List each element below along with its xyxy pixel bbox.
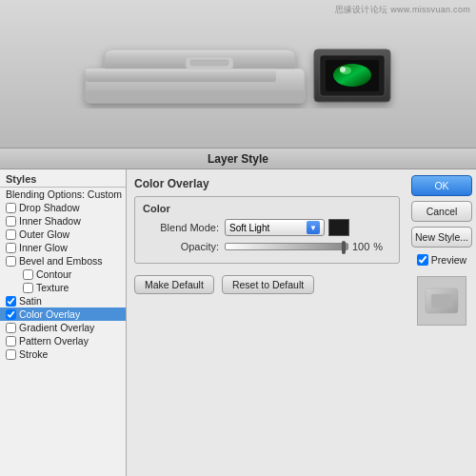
dialog-titlebar: Layer Style (0, 149, 476, 169)
right-buttons-panel: OK Cancel New Style... Preview (407, 169, 476, 476)
image-area: 思缘设计论坛 www.missvuan.com (0, 0, 476, 148)
opacity-value: 100 (352, 241, 369, 252)
opacity-slider[interactable] (225, 243, 348, 250)
blend-mode-row: Blend Mode: Soft Light ▼ (143, 219, 391, 236)
preview-svg (418, 277, 466, 325)
make-default-button[interactable]: Make Default (134, 275, 214, 294)
ok-button[interactable]: OK (411, 175, 472, 196)
preview-row: Preview (417, 254, 466, 266)
panel-title: Color Overlay (134, 177, 400, 190)
texture-checkbox[interactable] (23, 283, 33, 293)
svg-rect-4 (190, 60, 228, 66)
blending-options-label: Blending Options: Custom (6, 188, 122, 200)
select-arrow-icon: ▼ (307, 221, 320, 234)
preview-label: Preview (431, 254, 466, 266)
style-item-blending-options[interactable]: Blending Options: Custom (0, 188, 126, 201)
color-group-title: Color (143, 203, 391, 214)
svg-point-8 (333, 64, 371, 87)
svg-rect-2 (86, 90, 305, 103)
style-item-color-overlay[interactable]: Color Overlay (0, 307, 126, 321)
stroke-checkbox[interactable] (6, 349, 16, 360)
layer-style-dialog: Layer Style Styles Blending Options: Cus… (0, 148, 476, 476)
watermark-text: 思缘设计论坛 www.missvuan.com (335, 4, 470, 16)
satin-checkbox[interactable] (6, 296, 16, 307)
style-item-inner-glow[interactable]: Inner Glow (0, 241, 126, 254)
bottom-buttons-row: Make Default Reset to Default (134, 275, 400, 294)
blend-mode-select[interactable]: Soft Light ▼ (225, 219, 325, 236)
style-item-pattern-overlay[interactable]: Pattern Overlay (0, 334, 126, 347)
styles-panel-label: Styles (0, 169, 126, 188)
gradient-overlay-checkbox[interactable] (6, 323, 16, 333)
style-item-gradient-overlay[interactable]: Gradient Overlay (0, 321, 126, 334)
new-style-button[interactable]: New Style... (411, 227, 472, 248)
inner-glow-checkbox[interactable] (6, 243, 16, 253)
dialog-title: Layer Style (208, 152, 268, 166)
style-item-texture[interactable]: Texture (0, 281, 126, 294)
style-item-satin[interactable]: Satin (0, 294, 126, 307)
contour-checkbox[interactable] (23, 269, 33, 280)
style-item-inner-shadow[interactable]: Inner Shadow (0, 214, 126, 228)
svg-rect-13 (431, 294, 452, 307)
color-group: Color Blend Mode: Soft Light ▼ Opacity: (134, 196, 400, 264)
slider-thumb[interactable] (342, 241, 346, 254)
pattern-overlay-checkbox[interactable] (6, 336, 16, 347)
outer-glow-checkbox[interactable] (6, 229, 16, 240)
color-overlay-checkbox[interactable] (6, 309, 16, 320)
style-item-contour[interactable]: Contour (0, 268, 126, 281)
settings-panel: Color Overlay Color Blend Mode: Soft Lig… (127, 169, 407, 476)
blend-mode-label: Blend Mode: (143, 222, 219, 233)
opacity-row: Opacity: 100 % (143, 241, 391, 252)
inner-shadow-checkbox[interactable] (6, 216, 16, 227)
cancel-button[interactable]: Cancel (411, 201, 472, 222)
styles-panel: Styles Blending Options: Custom Drop Sha… (0, 169, 127, 476)
drop-shadow-checkbox[interactable] (6, 203, 16, 213)
style-item-bevel-emboss[interactable]: Bevel and Emboss (0, 254, 126, 268)
style-item-drop-shadow[interactable]: Drop Shadow (0, 201, 126, 214)
preview-checkbox[interactable] (417, 254, 428, 266)
blend-mode-value: Soft Light (229, 223, 307, 233)
camera-illustration (76, 29, 400, 119)
style-item-outer-glow[interactable]: Outer Glow (0, 228, 126, 241)
opacity-label: Opacity: (143, 241, 219, 252)
styles-list: Blending Options: Custom Drop Shadow Inn… (0, 188, 126, 361)
color-swatch[interactable] (328, 219, 349, 236)
bevel-emboss-checkbox[interactable] (6, 256, 16, 267)
opacity-percent: % (373, 241, 383, 252)
dialog-body: Styles Blending Options: Custom Drop Sha… (0, 169, 476, 476)
svg-rect-1 (86, 69, 276, 82)
preview-thumbnail (417, 276, 466, 326)
opacity-slider-container: 100 % (225, 241, 383, 252)
style-item-stroke[interactable]: Stroke (0, 347, 126, 361)
reset-default-button[interactable]: Reset to Default (222, 275, 314, 294)
svg-point-10 (340, 67, 346, 72)
